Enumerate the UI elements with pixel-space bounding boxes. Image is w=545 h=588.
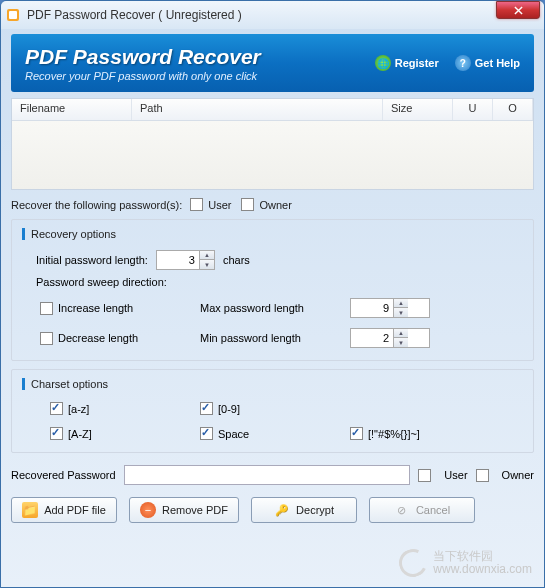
recovery-title: Recovery options [22, 228, 523, 240]
folder-add-icon: 📁 [22, 502, 38, 518]
watermark-url: www.downxia.com [433, 563, 532, 576]
sweep-label: Password sweep direction: [22, 276, 523, 288]
spinner-down-icon[interactable]: ▼ [393, 308, 408, 317]
recover-label: Recover the following password(s): [11, 199, 182, 211]
decrease-checkbox[interactable] [40, 332, 53, 345]
file-table: Filename Path Size U O [11, 98, 534, 190]
charset-title: Charset options [22, 378, 523, 390]
recovered-owner-label: Owner [502, 469, 534, 481]
help-label: Get Help [475, 57, 520, 69]
owner-label: Owner [259, 199, 291, 211]
charset-special: [!"#$%{}]~] [350, 427, 500, 440]
user-checkbox[interactable] [190, 198, 203, 211]
space-checkbox[interactable] [200, 427, 213, 440]
recovered-owner-checkbox[interactable] [476, 469, 489, 482]
owner-checkbox[interactable] [241, 198, 254, 211]
col-u[interactable]: U [453, 99, 493, 120]
col-path[interactable]: Path [132, 99, 383, 120]
recover-passwords-row: Recover the following password(s): User … [11, 198, 534, 211]
spinner-up-icon[interactable]: ▲ [393, 299, 408, 308]
spinner-down-icon[interactable]: ▼ [199, 260, 214, 269]
banner-title: PDF Password Recover [25, 45, 375, 69]
remove-icon: − [140, 502, 156, 518]
spinner-up-icon[interactable]: ▲ [199, 251, 214, 260]
register-label: Register [395, 57, 439, 69]
banner-text: PDF Password Recover Recover your PDF pa… [25, 45, 375, 82]
recovered-label: Recovered Password [11, 469, 116, 481]
close-icon [514, 6, 523, 15]
section-bar-icon [22, 228, 25, 240]
initial-length-spinner[interactable]: ▲ ▼ [156, 250, 215, 270]
remove-pdf-button[interactable]: − Remove PDF [129, 497, 239, 523]
min-length-input[interactable] [351, 330, 393, 346]
key-icon: 🔑 [274, 502, 290, 518]
user-label: User [208, 199, 231, 211]
app-icon [5, 7, 21, 23]
table-header: Filename Path Size U O [12, 99, 533, 121]
table-body[interactable] [12, 121, 533, 189]
add-pdf-button[interactable]: 📁 Add PDF file [11, 497, 117, 523]
banner-subtitle: Recover your PDF password with only one … [25, 70, 375, 82]
recovered-row: Recovered Password User Owner [11, 465, 534, 485]
decrease-label: Decrease length [58, 332, 138, 344]
initial-length-input[interactable] [157, 252, 199, 268]
banner: PDF Password Recover Recover your PDF pa… [11, 34, 534, 92]
recovered-user-checkbox[interactable] [418, 469, 431, 482]
charset-grid: [a-z] [0-9] [A-Z] Space [!"#$%{}]~] [22, 402, 523, 440]
watermark: 当下软件园 www.downxia.com [399, 549, 532, 577]
az-checkbox[interactable] [50, 402, 63, 415]
special-checkbox[interactable] [350, 427, 363, 440]
svg-rect-1 [9, 11, 17, 19]
recovery-section: Recovery options Initial password length… [11, 219, 534, 361]
charset-space: Space [200, 427, 350, 440]
col-size[interactable]: Size [383, 99, 453, 120]
help-link[interactable]: ? Get Help [455, 55, 520, 71]
max-length-input[interactable] [351, 300, 393, 316]
register-link[interactable]: 🌐 Register [375, 55, 439, 71]
max-length-spinner[interactable]: ▲ ▼ [350, 298, 430, 318]
banner-links: 🌐 Register ? Get Help [375, 55, 520, 71]
globe-icon: 🌐 [375, 55, 391, 71]
max-length-label: Max password length [200, 302, 350, 314]
app-window: PDF Password Recover ( Unregistered ) PD… [0, 0, 545, 588]
AZ-checkbox[interactable] [50, 427, 63, 440]
window-title: PDF Password Recover ( Unregistered ) [27, 8, 496, 22]
charset-digits: [0-9] [200, 402, 350, 415]
decrease-row: Decrease length [40, 332, 200, 345]
titlebar: PDF Password Recover ( Unregistered ) [1, 1, 544, 29]
initial-length-label: Initial password length: [36, 254, 148, 266]
content-area: PDF Password Recover Recover your PDF pa… [1, 29, 544, 531]
help-icon: ? [455, 55, 471, 71]
spinner-up-icon[interactable]: ▲ [393, 329, 408, 338]
watermark-name: 当下软件园 [433, 550, 532, 563]
sweep-grid: Increase length Max password length ▲ ▼ … [22, 298, 523, 348]
digits-checkbox[interactable] [200, 402, 213, 415]
cancel-button[interactable]: ⊘ Cancel [369, 497, 475, 523]
increase-checkbox[interactable] [40, 302, 53, 315]
charset-AZ: [A-Z] [50, 427, 200, 440]
min-length-label: Min password length [200, 332, 350, 344]
recovered-user-label: User [444, 469, 467, 481]
col-o[interactable]: O [493, 99, 533, 120]
button-row: 📁 Add PDF file − Remove PDF 🔑 Decrypt ⊘ … [11, 497, 534, 523]
spinner-down-icon[interactable]: ▼ [393, 338, 408, 347]
cancel-icon: ⊘ [394, 502, 410, 518]
initial-length-row: Initial password length: ▲ ▼ chars [22, 250, 523, 270]
chars-label: chars [223, 254, 250, 266]
charset-az: [a-z] [50, 402, 200, 415]
recovered-input[interactable] [124, 465, 411, 485]
close-button[interactable] [496, 1, 540, 19]
increase-label: Increase length [58, 302, 133, 314]
increase-row: Increase length [40, 302, 200, 315]
charset-section: Charset options [a-z] [0-9] [A-Z] [11, 369, 534, 453]
min-length-spinner[interactable]: ▲ ▼ [350, 328, 430, 348]
col-filename[interactable]: Filename [12, 99, 132, 120]
watermark-logo-icon [395, 545, 431, 581]
decrypt-button[interactable]: 🔑 Decrypt [251, 497, 357, 523]
section-bar-icon [22, 378, 25, 390]
